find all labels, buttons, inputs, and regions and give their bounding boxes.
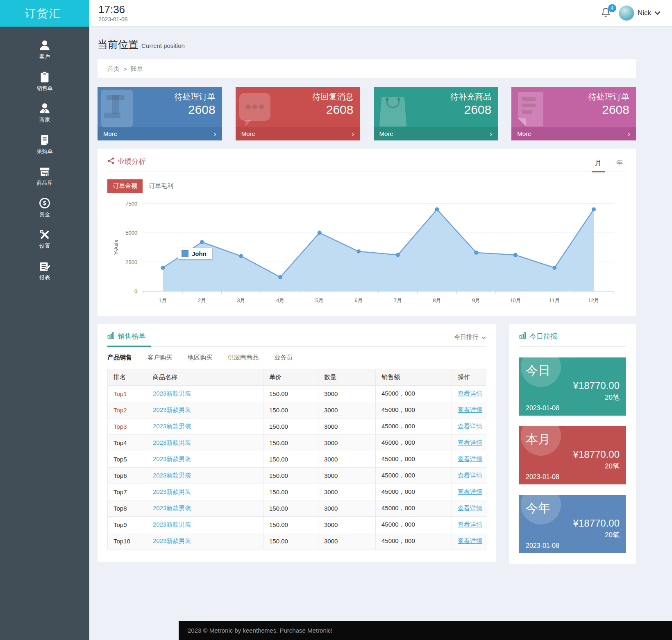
sidebar-nav: 客户 销售单 商家 采购单 商品库 $ 资金 设置 报表 (0, 27, 89, 286)
rank-cell: Top4 (108, 435, 147, 451)
share-icon (107, 157, 114, 166)
qty-cell: 3000 (318, 386, 376, 402)
action-cell: 查看详情 (452, 451, 486, 468)
stat-card-value: 2608 (450, 103, 491, 117)
view-detail-link[interactable]: 查看详情 (458, 439, 482, 446)
ranking-filter-dropdown[interactable]: 今日排行 (454, 333, 486, 346)
briefing-card-count: 20笔 (526, 530, 620, 540)
product-link[interactable]: 2023新款男装 (153, 472, 191, 479)
product-cell: 2023新款男装 (147, 500, 263, 517)
sales-tab[interactable]: 地区购买 (188, 354, 212, 362)
page-title-text: 当前位置 (98, 38, 138, 50)
sidebar-item-report[interactable]: 报表 (0, 255, 89, 286)
action-cell: 查看详情 (452, 500, 486, 517)
view-detail-link[interactable]: 查看详情 (458, 537, 482, 544)
table-row: Top10 2023新款男装 150.00 3000 45000，000 查看详… (108, 533, 486, 550)
product-link[interactable]: 2023新款男装 (153, 504, 191, 511)
view-detail-link[interactable]: 查看详情 (458, 406, 482, 413)
metric-button[interactable]: 订单毛利 (149, 182, 173, 190)
stat-card-title: 待补充商品 (450, 91, 491, 102)
sidebar-item-product-store[interactable]: 商品库 (0, 160, 89, 192)
metric-button[interactable]: 订单金额 (107, 179, 143, 193)
table-row: Top5 2023新款男装 150.00 3000 45000，000 查看详情 (108, 451, 486, 468)
briefing-card-今日: 今日 ¥18770.00 20笔 2023-01-08 (519, 357, 626, 416)
more-label: More (379, 130, 393, 137)
breadcrumb-current[interactable]: 账单 (131, 65, 143, 73)
product-link[interactable]: 2023新款男装 (153, 537, 191, 544)
sales-title: 销售榜单 (107, 332, 145, 346)
qty-cell: 3000 (318, 533, 376, 550)
view-detail-link[interactable]: 查看详情 (458, 488, 482, 495)
stat-card-text: 待处理订单 2608 (175, 91, 216, 117)
sales-tab[interactable]: 产品销售 (107, 354, 132, 362)
chevron-down-icon (481, 334, 486, 341)
view-detail-link[interactable]: 查看详情 (458, 504, 482, 511)
sidebar-item-purchase-order[interactable]: 采购单 (0, 129, 89, 160)
sidebar-item-merchant[interactable]: 商家 (0, 97, 89, 129)
briefing-card-label: 今日 (526, 362, 620, 379)
product-link[interactable]: 2023新款男装 (153, 423, 191, 430)
stat-card-title: 待回复消息 (313, 91, 354, 102)
sales-tab[interactable]: 供应商商品 (228, 354, 259, 362)
price-cell: 150.00 (263, 484, 318, 500)
view-detail-link[interactable]: 查看详情 (458, 455, 482, 462)
avatar (619, 5, 634, 21)
notifications-button[interactable]: 4 (600, 7, 613, 19)
shopping-bag-icon (376, 89, 411, 130)
amount-cell: 45000，000 (376, 418, 452, 435)
view-detail-link[interactable]: 查看详情 (458, 390, 482, 397)
period-tab-月[interactable]: 月 (592, 159, 605, 172)
column-header: 销售额 (376, 369, 452, 386)
sidebar-item-funds[interactable]: $ 资金 (0, 192, 89, 223)
sales-header: 销售榜单 今日排行 (107, 332, 486, 347)
product-link[interactable]: 2023新款男装 (153, 439, 191, 446)
product-link[interactable]: 2023新款男装 (153, 406, 191, 413)
svg-text:5月: 5月 (316, 297, 324, 303)
product-link[interactable]: 2023新款男装 (153, 390, 191, 397)
stat-card-title: 待处理订单 (588, 91, 629, 102)
more-label: More (103, 130, 117, 137)
column-header: 排名 (108, 369, 147, 386)
page-subtitle: Current position (141, 42, 185, 49)
product-link[interactable]: 2023新款男装 (153, 521, 191, 528)
rank-cell: Top2 (108, 402, 147, 418)
user-menu[interactable]: Nick (619, 5, 661, 21)
sales-tab[interactable]: 业务员 (274, 354, 293, 362)
sidebar-item-settings[interactable]: 设置 (0, 223, 89, 255)
product-link[interactable]: 2023新款男装 (153, 455, 191, 462)
qty-cell: 3000 (318, 402, 376, 418)
topbar: 17:36 2023-01-08 4 Nick (89, 0, 672, 27)
stat-card-main: 待补充商品 2608 (374, 87, 498, 127)
breadcrumb-home[interactable]: 首页 (107, 65, 120, 73)
svg-text:5000: 5000 (125, 230, 137, 236)
chevron-right-icon: › (490, 130, 492, 138)
sales-table-body: Top1 2023新款男装 150.00 3000 45000，000 查看详情… (108, 386, 486, 550)
topbar-right: 4 Nick (600, 5, 661, 21)
chevron-right-icon: › (213, 130, 216, 138)
product-link[interactable]: 2023新款男装 (153, 488, 191, 495)
table-row: Top7 2023新款男装 150.00 3000 45000，000 查看详情 (108, 484, 486, 500)
product-cell: 2023新款男装 (147, 418, 263, 435)
view-detail-link[interactable]: 查看详情 (458, 472, 482, 479)
page-title: 当前位置Current position (98, 38, 636, 51)
sidebar-item-sales-order[interactable]: 销售单 (0, 66, 89, 97)
period-tab-年[interactable]: 年 (613, 159, 626, 172)
stat-card: 待补充商品 2608 More › (374, 87, 498, 140)
app-logo[interactable]: 订货汇 (0, 0, 89, 27)
price-cell: 150.00 (263, 435, 318, 451)
clock: 17:36 2023-01-08 (98, 4, 128, 23)
sidebar-item-label: 资金 (39, 211, 50, 218)
sidebar-item-user[interactable]: 客户 (0, 34, 89, 66)
user-name: Nick (638, 9, 651, 17)
svg-text:12月: 12月 (588, 297, 599, 303)
product-store-icon (39, 165, 51, 178)
view-detail-link[interactable]: 查看详情 (458, 423, 482, 430)
briefing-card-本月: 本月 ¥18770.00 20笔 2023-01-08 (519, 426, 626, 484)
performance-period-tabs: 月年 (592, 159, 626, 172)
stat-card-text: 待补充商品 2608 (450, 91, 491, 117)
performance-title: 业绩分析 (107, 157, 145, 172)
sales-tab[interactable]: 客户购买 (148, 354, 172, 362)
amount-cell: 45000，000 (376, 402, 452, 418)
sales-ranking-panel: 销售榜单 今日排行 产品销售客户购买地区购买供应商商品业务员 (98, 324, 496, 562)
view-detail-link[interactable]: 查看详情 (458, 521, 482, 528)
